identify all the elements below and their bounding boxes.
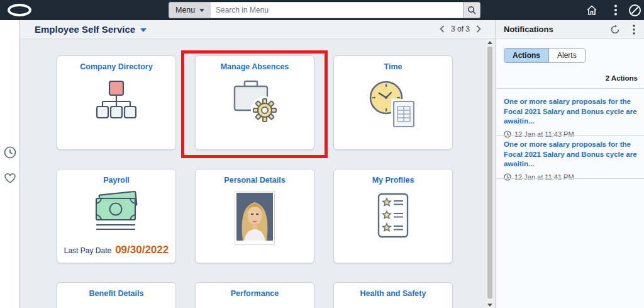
actions-list-button[interactable] (609, 3, 623, 17)
page-header: Employee Self Service 3 of 3 (19, 20, 495, 39)
homepage-pager: 3 of 3 (440, 25, 481, 33)
tile-health-and-safety[interactable]: Health and Safety (333, 282, 453, 308)
top-bar: Menu (0, 0, 644, 20)
oracle-logo-icon[interactable] (8, 4, 31, 16)
page-title: Employee Self Service (35, 24, 135, 35)
scroll-down-button[interactable] (487, 302, 493, 308)
search-button[interactable] (463, 2, 480, 18)
tab-alerts[interactable]: Alerts (549, 48, 585, 62)
starred-list-icon (334, 191, 452, 241)
tile-title: Health and Safety (334, 289, 452, 298)
triangle-down-icon (487, 304, 492, 307)
notifications-panel: Notifications Actions Alerts 2 Actions (496, 20, 644, 308)
actions-count: 2 Actions (496, 74, 638, 82)
search-icon (467, 6, 476, 14)
content-scrollbar[interactable] (487, 39, 493, 308)
tile-time[interactable]: Time (333, 55, 453, 150)
money-icon (57, 188, 175, 234)
search-input[interactable] (210, 2, 463, 18)
tile-title: Benefit Details (57, 289, 175, 298)
chevron-right-icon (476, 25, 481, 33)
clock-icon (504, 130, 511, 138)
notification-link[interactable]: One or more salary proposals for the Foc… (504, 97, 637, 127)
search-bar (210, 2, 480, 18)
tile-my-profiles[interactable]: My Profiles (333, 169, 453, 263)
notification-item[interactable]: One or more salary proposals for the Foc… (504, 140, 637, 181)
clock-icon (3, 145, 17, 159)
tile-payroll[interactable]: Payroll Last Pay Date09/30/2022 (57, 169, 176, 263)
divider (496, 88, 644, 89)
chevron-down-icon (140, 28, 147, 32)
tile-title: Company Directory (57, 62, 175, 71)
tile-title: Manage Absences (196, 62, 314, 71)
chevron-down-icon (199, 9, 204, 12)
notification-link[interactable]: One or more salary proposals for the Foc… (504, 140, 637, 169)
peoplesoft-homepage: Menu (0, 0, 644, 308)
notification-timestamp-row: 12 Jan at 11:41 PM (504, 173, 637, 181)
employee-photo (196, 191, 314, 245)
tile-performance[interactable]: Performance (195, 282, 314, 308)
next-page-button[interactable] (476, 25, 481, 33)
navbar-compass-icon (628, 4, 641, 17)
notifications-title: Notifications (504, 25, 553, 34)
clock-icon (504, 173, 511, 181)
last-pay-date: Last Pay Date09/30/2022 (57, 244, 175, 256)
tile-title: Performance (196, 289, 314, 298)
scroll-up-button[interactable] (487, 39, 493, 45)
tab-actions[interactable]: Actions (504, 48, 549, 62)
tile-title: Time (334, 62, 452, 71)
notification-timestamp: 12 Jan at 11:41 PM (514, 173, 574, 181)
navbar-button[interactable] (628, 3, 641, 17)
home-icon (586, 4, 598, 16)
tile-benefit-details[interactable]: Benefit Details (57, 282, 176, 308)
homepage-selector[interactable]: Employee Self Service (35, 24, 147, 35)
menu-button-label: Menu (175, 6, 195, 14)
homepage-content: Company Directory Manage Absences (19, 39, 495, 308)
scrollbar-thumb[interactable] (487, 47, 492, 299)
notification-timestamp-row: 12 Jan at 11:43 PM (504, 130, 637, 138)
favorites-button[interactable] (3, 171, 17, 185)
notification-item[interactable]: One or more salary proposals for the Foc… (504, 97, 637, 138)
briefcase-gear-icon (196, 77, 314, 130)
panel-actions-button[interactable] (628, 23, 640, 36)
triangle-up-icon (487, 41, 492, 44)
kebab-menu-icon (614, 4, 618, 16)
clock-timesheet-icon (334, 77, 452, 132)
left-rail (0, 20, 19, 308)
kebab-menu-icon (633, 25, 635, 35)
notifications-tabs: Actions Alerts (504, 48, 586, 63)
tile-personal-details[interactable]: Personal Details (195, 169, 314, 263)
notification-timestamp: 12 Jan at 11:43 PM (514, 130, 574, 138)
divider (496, 135, 644, 136)
page-indicator: 3 of 3 (451, 25, 470, 33)
tile-title: Personal Details (196, 176, 314, 185)
notifications-header: Notifications (496, 20, 644, 39)
org-chart-icon (57, 77, 175, 128)
heart-icon (3, 171, 17, 185)
tile-company-directory[interactable]: Company Directory (57, 55, 176, 150)
last-pay-date-label: Last Pay Date (64, 246, 111, 255)
last-pay-date-value: 09/30/2022 (115, 244, 169, 256)
home-button[interactable] (585, 3, 599, 17)
tile-manage-absences[interactable]: Manage Absences (195, 55, 314, 150)
recent-places-button[interactable] (3, 145, 17, 159)
chevron-left-icon (440, 25, 445, 33)
refresh-button[interactable] (609, 23, 621, 36)
divider (496, 178, 644, 179)
refresh-icon (610, 25, 620, 35)
menu-button[interactable]: Menu (169, 2, 211, 18)
tile-title: Payroll (57, 176, 175, 185)
previous-page-button[interactable] (440, 25, 445, 33)
tile-title: My Profiles (334, 176, 452, 185)
